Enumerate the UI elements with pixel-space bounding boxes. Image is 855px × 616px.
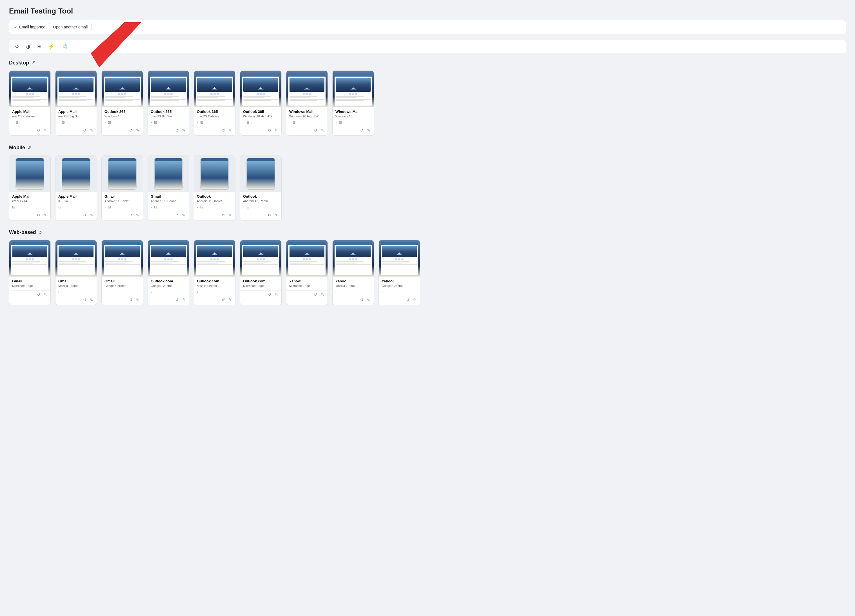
card-edit-btn-desktop-3[interactable]: ✎ <box>182 128 186 133</box>
card-edit-btn-mobile-1[interactable]: ✎ <box>89 212 94 218</box>
card-bookmark-btn-mobile-2[interactable]: ⊟ <box>107 205 112 210</box>
card-bookmark-btn-desktop-4[interactable]: ⊟ <box>200 120 204 125</box>
card-desktop-1[interactable]: Apple Mail macOS Big Sur › ⊟ ↺ ✎ <box>55 70 97 136</box>
card-edit-btn-web-based-0[interactable]: ✎ <box>43 292 48 297</box>
card-mobile-5[interactable]: Outlook Android 11, Phone › ⊟ ↺ ✎ <box>240 155 282 220</box>
card-bookmark-btn-desktop-6[interactable]: ⊟ <box>292 120 296 125</box>
card-bookmark-btn-mobile-5[interactable]: ⊟ <box>246 205 250 210</box>
card-prev-btn-web-based-3[interactable]: › <box>150 289 152 295</box>
card-bookmark-btn-desktop-2[interactable]: ⊟ <box>107 120 112 125</box>
card-prev-btn-desktop-0[interactable]: › <box>12 120 14 125</box>
card-edit-btn-web-based-6[interactable]: ✎ <box>320 292 325 297</box>
card-web-based-1[interactable]: Gmail Mozilla Firefox › ↺ ✎ <box>55 240 97 305</box>
card-web-based-6[interactable]: Yahoo! Microsoft Edge ↺ ✎ <box>286 240 328 305</box>
card-edit-btn-desktop-1[interactable]: ✎ <box>89 128 94 133</box>
section-refresh-mobile[interactable]: ↺ <box>27 145 31 150</box>
card-edit-btn-web-based-7[interactable]: ✎ <box>366 297 371 303</box>
card-web-based-4[interactable]: Outlook.com Mozilla Firefox › ↺ ✎ <box>194 240 236 305</box>
card-edit-btn-web-based-1[interactable]: ✎ <box>89 297 94 303</box>
card-refresh-btn-mobile-2[interactable]: ↺ <box>129 212 133 218</box>
card-prev-btn-web-based-7[interactable]: › <box>335 289 337 295</box>
card-refresh-btn-web-based-7[interactable]: ↺ <box>360 297 364 303</box>
section-refresh-web-based[interactable]: ↺ <box>38 230 42 235</box>
card-edit-btn-desktop-6[interactable]: ✎ <box>320 128 325 133</box>
card-edit-btn-mobile-5[interactable]: ✎ <box>274 212 279 218</box>
card-prev-btn-web-based-4[interactable]: › <box>196 289 199 295</box>
card-edit-btn-desktop-5[interactable]: ✎ <box>274 128 279 133</box>
card-refresh-btn-desktop-2[interactable]: ↺ <box>129 128 133 133</box>
card-edit-btn-web-based-4[interactable]: ✎ <box>228 297 232 303</box>
card-web-based-0[interactable]: Gmail Microsoft Edge ↺ ✎ <box>9 240 51 305</box>
card-bookmark-btn-desktop-1[interactable]: ⊟ <box>61 120 65 125</box>
card-refresh-btn-web-based-0[interactable]: ↺ <box>36 292 41 297</box>
card-refresh-btn-mobile-3[interactable]: ↺ <box>175 212 179 218</box>
card-refresh-btn-web-based-8[interactable]: ↺ <box>406 297 410 303</box>
card-edit-btn-desktop-7[interactable]: ✎ <box>366 128 371 133</box>
card-edit-btn-web-based-3[interactable]: ✎ <box>182 297 186 303</box>
card-web-based-3[interactable]: Outlook.com Google Chrome › ↺ ✎ <box>147 240 189 305</box>
card-edit-btn-web-based-5[interactable]: ✎ <box>274 292 279 297</box>
file-icon-btn[interactable]: 📄 <box>60 43 69 50</box>
card-desktop-2[interactable]: Outlook 365 Windows 10 › ⊟ ↺ ✎ <box>101 70 143 136</box>
card-refresh-btn-web-based-1[interactable]: ↺ <box>83 297 87 303</box>
card-edit-btn-mobile-3[interactable]: ✎ <box>182 212 186 218</box>
card-web-based-7[interactable]: Yahoo! Mozilla Firefox › ↺ ✎ <box>332 240 374 305</box>
card-prev-btn-desktop-5[interactable]: › <box>242 120 245 125</box>
card-prev-btn-mobile-4[interactable]: › <box>196 205 199 210</box>
card-desktop-4[interactable]: Outlook 365 macOS Catalina › ⊟ ↺ ✎ <box>194 70 236 136</box>
card-prev-btn-mobile-5[interactable]: › <box>242 205 245 210</box>
card-mobile-4[interactable]: Outlook Android 11, Tablet › ⊟ ↺ ✎ <box>194 155 236 220</box>
card-bookmark-btn-mobile-3[interactable]: ⊟ <box>153 205 158 210</box>
card-edit-btn-web-based-8[interactable]: ✎ <box>412 297 417 303</box>
card-refresh-btn-web-based-3[interactable]: ↺ <box>175 297 179 303</box>
lightning-icon-btn[interactable]: ⚡ <box>47 43 55 50</box>
card-desktop-5[interactable]: Outlook 365 Windows 10 High-DPI › ⊟ ↺ ✎ <box>240 70 282 136</box>
card-desktop-7[interactable]: Windows Mail Windows 10 › ⊟ ↺ ✎ <box>332 70 374 136</box>
card-refresh-btn-mobile-5[interactable]: ↺ <box>267 212 272 218</box>
card-refresh-btn-desktop-4[interactable]: ↺ <box>221 128 225 133</box>
card-refresh-btn-desktop-6[interactable]: ↺ <box>313 128 318 133</box>
card-prev-btn-desktop-3[interactable]: › <box>150 120 152 125</box>
card-prev-btn-desktop-2[interactable]: › <box>104 120 106 125</box>
card-refresh-btn-mobile-4[interactable]: ↺ <box>221 212 225 218</box>
card-prev-btn-web-based-2[interactable]: › <box>104 289 106 295</box>
card-web-based-8[interactable]: Yahoo! Google Chrome › ↺ ✎ <box>378 240 420 305</box>
card-bookmark-btn-desktop-3[interactable]: ⊟ <box>153 120 158 125</box>
card-edit-btn-mobile-4[interactable]: ✎ <box>228 212 232 218</box>
card-prev-btn-web-based-1[interactable]: › <box>58 289 60 295</box>
card-refresh-btn-web-based-6[interactable]: ↺ <box>313 292 318 297</box>
card-prev-btn-desktop-7[interactable]: › <box>335 120 337 125</box>
card-prev-btn-desktop-1[interactable]: › <box>58 120 60 125</box>
refresh-icon-btn[interactable]: ↺ <box>14 43 20 50</box>
card-refresh-btn-web-based-4[interactable]: ↺ <box>221 297 225 303</box>
card-bookmark-btn-mobile-4[interactable]: ⊟ <box>200 205 204 210</box>
card-prev-btn-desktop-4[interactable]: › <box>196 120 199 125</box>
card-desktop-0[interactable]: Apple Mail macOS Catalina › ⊟ ↺ ✎ <box>9 70 51 136</box>
card-prev-btn-mobile-3[interactable]: › <box>150 205 152 210</box>
images-icon-btn[interactable]: ⊞ <box>36 43 43 50</box>
card-prev-btn-web-based-8[interactable]: › <box>381 289 383 295</box>
section-refresh-desktop[interactable]: ↺ <box>31 60 35 66</box>
card-prev-btn-desktop-6[interactable]: › <box>289 120 291 125</box>
open-another-email-button[interactable]: Open another email <box>49 23 92 31</box>
card-refresh-btn-desktop-7[interactable]: ↺ <box>360 128 364 133</box>
card-bookmark-btn-mobile-0[interactable]: ⊟ <box>12 205 16 210</box>
card-refresh-btn-desktop-1[interactable]: ↺ <box>83 128 87 133</box>
card-edit-btn-desktop-4[interactable]: ✎ <box>228 128 232 133</box>
card-web-based-5[interactable]: Outlook.com Microsoft Edge ↺ ✎ <box>240 240 282 305</box>
card-prev-btn-mobile-2[interactable]: › <box>104 205 106 210</box>
card-refresh-btn-web-based-2[interactable]: ↺ <box>129 297 133 303</box>
card-mobile-1[interactable]: Apple Mail iOS 14 ⊟ ↺ ✎ <box>55 155 97 220</box>
card-mobile-3[interactable]: Gmail Android 11, Phone › ⊟ ↺ ✎ <box>147 155 189 220</box>
card-bookmark-btn-desktop-7[interactable]: ⊟ <box>338 120 342 125</box>
card-bookmark-btn-mobile-1[interactable]: ⊟ <box>58 205 62 210</box>
card-edit-btn-mobile-2[interactable]: ✎ <box>135 212 140 218</box>
card-refresh-btn-mobile-0[interactable]: ↺ <box>36 212 41 218</box>
card-mobile-0[interactable]: Apple Mail iPadOS 14 ⊟ ↺ ✎ <box>9 155 51 220</box>
card-desktop-3[interactable]: Outlook 365 macOS Big Sur › ⊟ ↺ ✎ <box>147 70 189 136</box>
card-refresh-btn-desktop-5[interactable]: ↺ <box>267 128 272 133</box>
card-bookmark-btn-desktop-5[interactable]: ⊟ <box>246 120 250 125</box>
card-refresh-btn-mobile-1[interactable]: ↺ <box>83 212 87 218</box>
card-refresh-btn-web-based-5[interactable]: ↺ <box>267 292 272 297</box>
card-edit-btn-mobile-0[interactable]: ✎ <box>43 212 48 218</box>
